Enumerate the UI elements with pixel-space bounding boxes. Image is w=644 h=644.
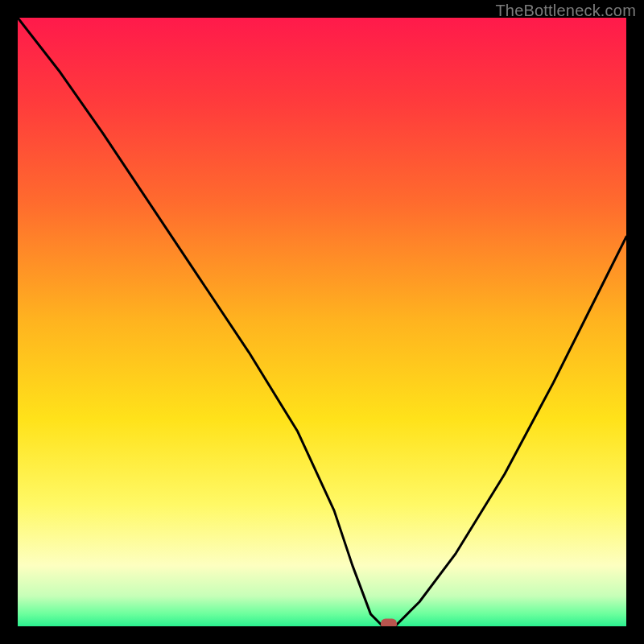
plot-area: [18, 18, 626, 626]
chart-frame: TheBottleneck.com: [0, 0, 644, 644]
optimal-point-marker: [381, 618, 397, 626]
bottleneck-curve: [18, 18, 626, 626]
watermark-text: TheBottleneck.com: [495, 2, 636, 20]
